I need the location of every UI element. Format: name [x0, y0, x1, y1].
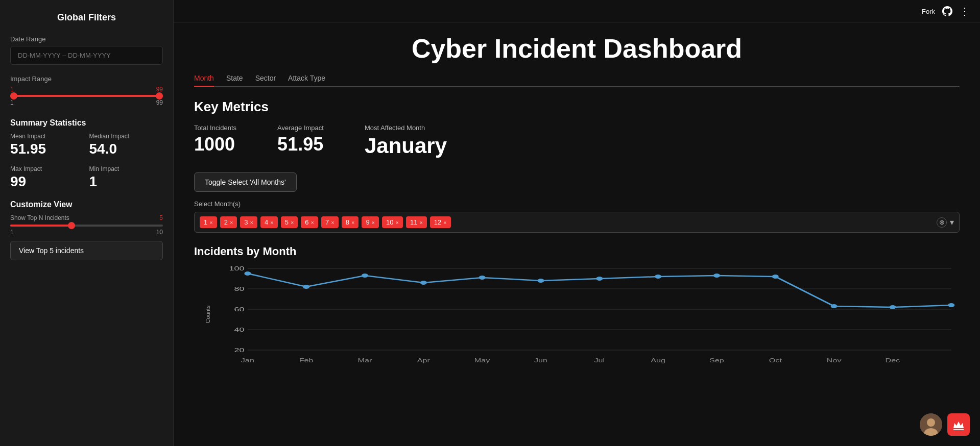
tab-sector[interactable]: Sector: [255, 74, 276, 86]
svg-text:60: 60: [234, 306, 245, 312]
month-tag-7[interactable]: 7×: [321, 216, 339, 228]
svg-text:Feb: Feb: [299, 358, 314, 363]
stats-grid: Mean Impact 51.95 Median Impact 54.0 Max…: [10, 133, 163, 190]
customize-title: Customize View: [10, 200, 163, 209]
month-tag-remove-6[interactable]: ×: [311, 219, 314, 226]
svg-text:Nov: Nov: [827, 358, 842, 363]
tabs-container: MonthStateSectorAttack Type: [194, 74, 960, 87]
month-tag-remove-12[interactable]: ×: [443, 219, 446, 226]
month-tag-label-10: 10: [386, 218, 393, 226]
tab-attack-type[interactable]: Attack Type: [288, 74, 325, 86]
tags-dropdown-button[interactable]: ▾: [950, 217, 954, 227]
svg-text:80: 80: [234, 286, 245, 292]
month-tag-label-4: 4: [265, 218, 268, 226]
top-n-row: Show Top N Incidents 5: [10, 214, 163, 221]
month-tag-remove-4[interactable]: ×: [270, 219, 273, 226]
sidebar: Global Filters Date Range Impact Range 1…: [0, 0, 174, 446]
month-tag-remove-7[interactable]: ×: [331, 219, 334, 226]
month-tag-remove-11[interactable]: ×: [419, 219, 422, 226]
avatar: [920, 413, 942, 436]
github-icon[interactable]: [942, 6, 952, 16]
impact-range-thumb-left[interactable]: [10, 92, 17, 100]
metric-label-2: Most Affected Month: [365, 124, 447, 132]
metric-0: Total Incidents 1000: [194, 124, 236, 158]
fork-label[interactable]: Fork: [922, 8, 935, 15]
top-n-fill: [10, 225, 71, 227]
month-tag-remove-9[interactable]: ×: [372, 219, 375, 226]
median-value: 54.0: [89, 141, 163, 157]
month-tag-label-1: 1: [204, 218, 207, 226]
month-tag-2[interactable]: 2×: [220, 216, 237, 228]
svg-point-21: [889, 305, 896, 309]
toggle-all-months-button[interactable]: Toggle Select 'All Months': [194, 172, 297, 192]
top-n-track[interactable]: [10, 225, 163, 227]
max-label: Max Impact: [10, 165, 84, 172]
median-impact: Median Impact 54.0: [89, 133, 163, 157]
month-tag-label-9: 9: [366, 218, 369, 226]
month-tag-remove-2[interactable]: ×: [230, 219, 233, 226]
month-tag-remove-5[interactable]: ×: [291, 219, 294, 226]
month-tag-12[interactable]: 12×: [430, 216, 451, 228]
month-tag-remove-10[interactable]: ×: [396, 219, 399, 226]
month-tags-wrapper: 1×2×3×4×5×6×7×8×9×10×11×12× ⊗ ▾: [194, 212, 960, 233]
metric-1: Average Impact 51.95: [277, 124, 324, 158]
summary-title: Summary Statistics: [10, 118, 163, 128]
svg-point-13: [420, 281, 427, 285]
metric-value-0: 1000: [194, 134, 236, 155]
tab-month[interactable]: Month: [194, 74, 214, 86]
svg-point-10: [244, 271, 251, 276]
mean-impact: Mean Impact 51.95: [10, 133, 84, 157]
date-range-input[interactable]: [10, 46, 163, 65]
summary-statistics: Summary Statistics Mean Impact 51.95 Med…: [10, 118, 163, 190]
tags-actions: ⊗ ▾: [937, 217, 954, 228]
month-tag-6[interactable]: 6×: [301, 216, 318, 228]
svg-point-14: [479, 276, 486, 280]
month-tag-1[interactable]: 1×: [200, 216, 217, 228]
min-value: 1: [89, 174, 163, 190]
month-tag-remove-8[interactable]: ×: [351, 219, 354, 226]
top-n-label: Show Top N Incidents: [10, 214, 69, 221]
svg-text:May: May: [474, 358, 490, 363]
svg-text:Jun: Jun: [534, 358, 547, 363]
month-tag-3[interactable]: 3×: [240, 216, 257, 228]
key-metrics-title: Key Metrics: [194, 99, 960, 115]
metric-label-0: Total Incidents: [194, 124, 236, 132]
month-tag-5[interactable]: 5×: [281, 216, 298, 228]
svg-point-36: [927, 418, 935, 427]
top-n-value: 5: [159, 214, 163, 221]
tags-clear-button[interactable]: ⊗: [937, 217, 947, 228]
crown-icon: [952, 418, 965, 431]
more-options-icon[interactable]: ⋮: [960, 5, 970, 17]
impact-max-top: 99: [156, 86, 163, 93]
month-tag-8[interactable]: 8×: [342, 216, 359, 228]
top-n-thumb[interactable]: [68, 222, 75, 229]
incidents-by-month-section: Incidents by Month Counts 20406080100Jan…: [194, 245, 960, 365]
svg-text:20: 20: [234, 347, 245, 353]
tab-state[interactable]: State: [226, 74, 243, 86]
svg-point-11: [303, 285, 309, 289]
month-tag-remove-3[interactable]: ×: [250, 219, 253, 226]
date-range-label: Date Range: [10, 35, 163, 43]
svg-text:Oct: Oct: [769, 358, 782, 363]
svg-text:Dec: Dec: [886, 358, 900, 363]
impact-min-bottom: 1: [10, 99, 14, 106]
impact-range-thumb-right[interactable]: [156, 92, 163, 100]
chart-container: 20406080100JanFebMarAprMayJunJulAugSepOc…: [214, 263, 960, 365]
month-tag-11[interactable]: 11×: [406, 216, 427, 228]
month-tag-4[interactable]: 4×: [260, 216, 278, 228]
month-tag-10[interactable]: 10×: [382, 216, 403, 228]
month-tag-label-7: 7: [325, 218, 329, 226]
impact-range-track[interactable]: [10, 95, 163, 97]
customize-view: Customize View Show Top N Incidents 5 1 …: [10, 200, 163, 260]
avatar-image: [920, 413, 942, 436]
metric-2: Most Affected Month January: [365, 124, 447, 158]
svg-point-15: [538, 279, 544, 283]
crown-button[interactable]: [947, 413, 970, 436]
bottom-right-area: [920, 413, 970, 436]
impact-min-top: 1: [10, 86, 14, 93]
svg-point-16: [596, 277, 603, 281]
view-top-button[interactable]: View Top 5 incidents: [10, 241, 163, 260]
month-tag-9[interactable]: 9×: [362, 216, 379, 228]
month-tag-remove-1[interactable]: ×: [209, 219, 212, 226]
impact-range-section: Impact Range 1 99 1 99: [10, 75, 163, 106]
